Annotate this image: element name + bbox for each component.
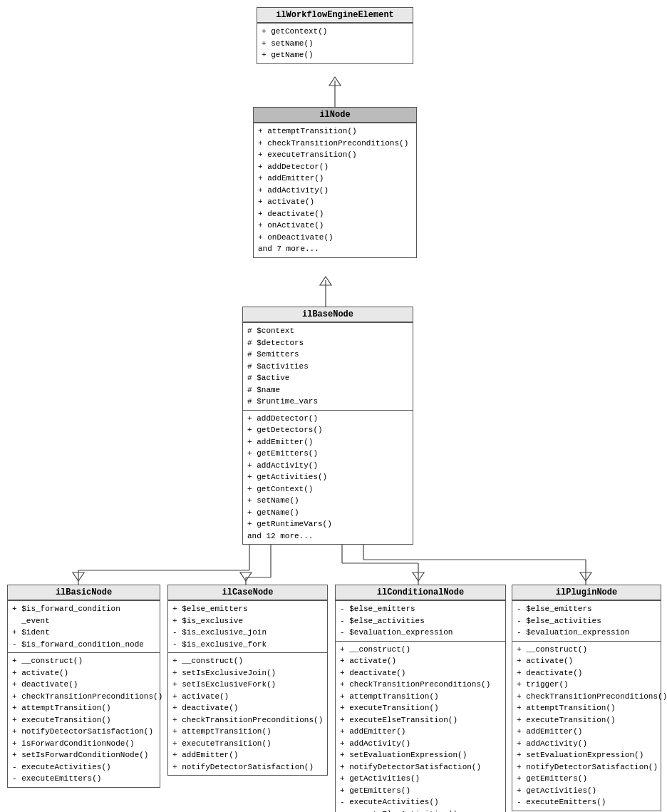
- box-section-workflow-methods: + getContext() + setName() + getName(): [257, 23, 413, 63]
- box-ilnode: ilNode + attemptTransition() + checkTran…: [253, 107, 417, 258]
- box-section-ilbasenode-methods: + addDetector() + getDetectors() + addEm…: [243, 410, 413, 545]
- box-section-ilpluginnode-fields: - $else_emitters - $else_activities - $e…: [512, 600, 661, 641]
- box-ilbasicnode: ilBasicNode + $is_forward_condition _eve…: [7, 585, 160, 788]
- box-ilbasenode: ilBaseNode # $context # $detectors # $em…: [242, 307, 413, 545]
- box-section-ilcasenode-fields: + $else_emitters + $is_exclusive - $is_e…: [168, 600, 327, 652]
- box-title-ilcasenode: ilCaseNode: [168, 585, 327, 600]
- box-ilpluginnode: ilPluginNode - $else_emitters - $else_ac…: [512, 585, 661, 811]
- box-section-ilpluginnode-methods: + __construct() + activate() + deactivat…: [512, 641, 661, 811]
- box-section-ilcasenode-methods: + __construct() + setIsExclusiveJoin() +…: [168, 652, 327, 775]
- box-section-ilbasicnode-methods: + __construct() + activate() + deactivat…: [8, 652, 160, 787]
- diagram-container: ilWorkflowEngineElement + getContext() +…: [0, 0, 667, 812]
- svg-marker-3: [320, 277, 331, 285]
- svg-marker-1: [329, 77, 341, 86]
- box-ilcasenode: ilCaseNode + $else_emitters + $is_exclus…: [167, 585, 328, 776]
- box-section-ilbasicnode-fields: + $is_forward_condition _event + $ident …: [8, 600, 160, 652]
- box-title-ilbasenode: ilBaseNode: [243, 307, 413, 322]
- box-title-workflow: ilWorkflowEngineElement: [257, 8, 413, 23]
- box-section-ilnode-methods: + attemptTransition() + checkTransitionP…: [254, 123, 416, 257]
- box-section-ilconditionalnode-fields: - $else_emitters - $else_activities - $e…: [336, 600, 505, 641]
- svg-marker-7: [73, 572, 84, 581]
- box-title-ilnode: ilNode: [254, 108, 416, 123]
- box-title-ilconditionalnode: ilConditionalNode: [336, 585, 505, 600]
- svg-marker-19: [580, 572, 591, 581]
- box-title-ilbasicnode: ilBasicNode: [8, 585, 160, 600]
- box-section-ilconditionalnode-methods: + __construct() + activate() + deactivat…: [336, 641, 505, 813]
- box-section-ilbasenode-fields: # $context # $detectors # $emitters # $a…: [243, 322, 413, 410]
- svg-marker-11: [240, 572, 252, 581]
- box-workflow-engine-element: ilWorkflowEngineElement + getContext() +…: [257, 7, 413, 64]
- svg-marker-15: [413, 572, 424, 581]
- box-ilconditionalnode: ilConditionalNode - $else_emitters - $el…: [335, 585, 506, 812]
- box-title-ilpluginnode: ilPluginNode: [512, 585, 661, 600]
